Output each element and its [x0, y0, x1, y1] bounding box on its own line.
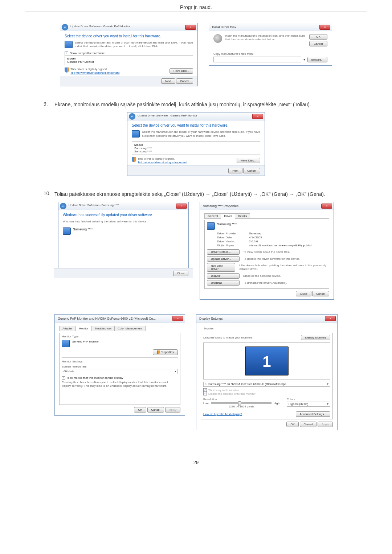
- row3: ← Update Driver Software - Samsung **** …: [44, 202, 348, 300]
- close-button[interactable]: Close: [296, 291, 311, 296]
- browse-button[interactable]: Browse...: [307, 57, 327, 62]
- apply-button[interactable]: Apply: [165, 407, 180, 413]
- tab-driver[interactable]: Driver: [221, 213, 235, 219]
- extend-label: Extend the desktop onto this monitor: [208, 392, 256, 395]
- close-icon[interactable]: ×: [321, 204, 332, 209]
- signer-label: Digital Signer:: [217, 244, 246, 247]
- heading: Windows has successfully updated your dr…: [63, 213, 184, 217]
- desc: Select the manufacturer and model of you…: [142, 130, 260, 138]
- close-icon[interactable]: ×: [176, 204, 187, 209]
- provider-label: Driver Provider:: [217, 232, 246, 235]
- date-value: 4/14/2005: [249, 236, 262, 239]
- close-button[interactable]: Close: [173, 271, 188, 276]
- refresh-value: 60 Hertz: [64, 370, 74, 373]
- tab-general[interactable]: General: [204, 213, 221, 219]
- have-disk-button[interactable]: Have Disk...: [237, 158, 260, 163]
- model-list[interactable]: Model Generic PnP Monitor: [65, 55, 193, 65]
- title: Display Settings: [199, 317, 223, 320]
- cancel-button[interactable]: Cancel: [309, 41, 327, 46]
- back-icon[interactable]: ←: [62, 24, 68, 30]
- rollback-button[interactable]: Roll Back Driver: [207, 263, 235, 272]
- cancel-button[interactable]: Cancel: [312, 291, 329, 296]
- uninstall-button[interactable]: Uninstall: [207, 280, 240, 286]
- extend-checkbox[interactable]: ✓: [203, 392, 207, 395]
- display-select[interactable]: 1. Samsung **** on NVIDIA GeForce 6600 L…: [203, 382, 330, 387]
- shield-icon: [132, 157, 136, 162]
- properties-button[interactable]: Properties: [153, 349, 178, 355]
- ok-button[interactable]: OK: [286, 422, 299, 427]
- next-button[interactable]: Next: [161, 78, 175, 84]
- back-icon[interactable]: ←: [60, 203, 66, 209]
- page-number: 29: [25, 445, 367, 472]
- resolution-label: Resolution:: [203, 398, 279, 401]
- tab-monitor[interactable]: Monitor: [75, 326, 92, 331]
- close-icon[interactable]: ×: [172, 316, 183, 321]
- main-monitor-checkbox[interactable]: ✓: [203, 388, 207, 392]
- cancel-button[interactable]: Cancel: [243, 168, 260, 173]
- list-item[interactable]: Generic PnP Monitor: [67, 60, 191, 63]
- model-list[interactable]: Model Samsung **** Samsung ****: [132, 141, 260, 155]
- signed-link[interactable]: Tell me why driver signing is important: [138, 161, 187, 164]
- hide-modes-label: Hide modes that this monitor cannot disp…: [67, 376, 123, 379]
- hide-modes-checkbox[interactable]: ✓: [62, 376, 65, 380]
- high-label: High: [274, 402, 279, 405]
- monitor-icon: [63, 227, 71, 235]
- cancel-button[interactable]: Cancel: [300, 422, 317, 427]
- chevron-down-icon: ▾: [175, 370, 176, 373]
- tab-monitor[interactable]: Monitor: [201, 326, 217, 331]
- disable-button[interactable]: Disable: [207, 273, 240, 279]
- properties-label: Properties: [161, 350, 174, 354]
- colors-select[interactable]: Highest (32 bit) ▾: [287, 402, 330, 407]
- compat-checkbox[interactable]: ✓: [65, 52, 68, 55]
- back-icon[interactable]: ←: [129, 113, 135, 120]
- have-disk-button[interactable]: Have Disk...: [170, 68, 193, 74]
- step-9: 9. Ekrane, monitoriaus modelių sąraše pa…: [44, 101, 348, 108]
- driver-details-desc: To view details about the driver files.: [243, 250, 290, 254]
- dlg-update-success: ← Update Driver Software - Samsung **** …: [58, 202, 189, 276]
- monitor-icon: [62, 340, 70, 347]
- list-item[interactable]: Samsung ****: [134, 147, 258, 150]
- page-header: Progr įr. naud.: [25, 0, 367, 12]
- close-icon[interactable]: ×: [319, 25, 330, 30]
- monitor-icon: [207, 222, 215, 230]
- chevron-down-icon: ▾: [327, 402, 328, 406]
- prompt: Insert the manufacturer's installation d…: [225, 34, 306, 42]
- list-item[interactable]: Samsung ****: [134, 150, 258, 153]
- close-icon[interactable]: ×: [252, 114, 263, 119]
- close-icon[interactable]: ×: [185, 25, 196, 30]
- next-button[interactable]: Next: [228, 168, 242, 173]
- desc: Select the manufacturer and model of you…: [75, 41, 193, 49]
- update-driver-button[interactable]: Update Driver...: [207, 256, 240, 262]
- monitor-preview[interactable]: 1: [245, 346, 289, 376]
- path-input[interactable]: [213, 57, 301, 62]
- provider-value: Samsung: [249, 232, 261, 235]
- identify-button[interactable]: Identify Monitors: [301, 335, 330, 340]
- signed-link[interactable]: Tell me why driver signing is important: [70, 71, 119, 74]
- cancel-button[interactable]: Cancel: [147, 407, 164, 413]
- shield-icon: [157, 350, 160, 354]
- tab-color[interactable]: Color Management: [114, 326, 146, 331]
- ok-button[interactable]: OK: [134, 407, 146, 413]
- cancel-button[interactable]: Cancel: [176, 78, 193, 84]
- advanced-button[interactable]: Advanced Settings...: [296, 411, 330, 417]
- driver-details-button[interactable]: Driver Details...: [207, 249, 240, 255]
- tab-troubleshoot[interactable]: Troubleshoot: [91, 326, 115, 331]
- heading: Select the device driver you want to ins…: [65, 34, 193, 38]
- refresh-select[interactable]: 60 Hertz ▾: [62, 369, 178, 374]
- breadcrumb: Update Driver Software - Samsung ****: [69, 204, 119, 207]
- resolution-slider[interactable]: [211, 402, 271, 404]
- breadcrumb: Update Driver Software - Generic PnP Mon…: [138, 114, 197, 117]
- dlg-properties: Samsung **** Properties × General Driver…: [200, 202, 334, 300]
- row4: Generic PnP Monitor and NVIDIA GeForce 6…: [44, 314, 348, 430]
- list-header: Model: [67, 57, 191, 60]
- tab-details[interactable]: Details: [235, 213, 250, 219]
- tab-adapter[interactable]: Adapter: [59, 326, 76, 331]
- signed-text: This driver is digitally signed.: [138, 157, 187, 161]
- step-text: Toliau pateiktuose ekranuose spragtelėki…: [54, 190, 325, 198]
- help-link[interactable]: How do I get the best display?: [203, 413, 242, 416]
- ok-button[interactable]: OK: [309, 34, 327, 40]
- apply-button[interactable]: Apply: [318, 422, 333, 427]
- dropdown-arrow-icon[interactable]: ▾: [303, 58, 305, 61]
- close-icon[interactable]: ×: [325, 316, 336, 321]
- drag-text: Drag the icons to match your monitors.: [203, 336, 253, 340]
